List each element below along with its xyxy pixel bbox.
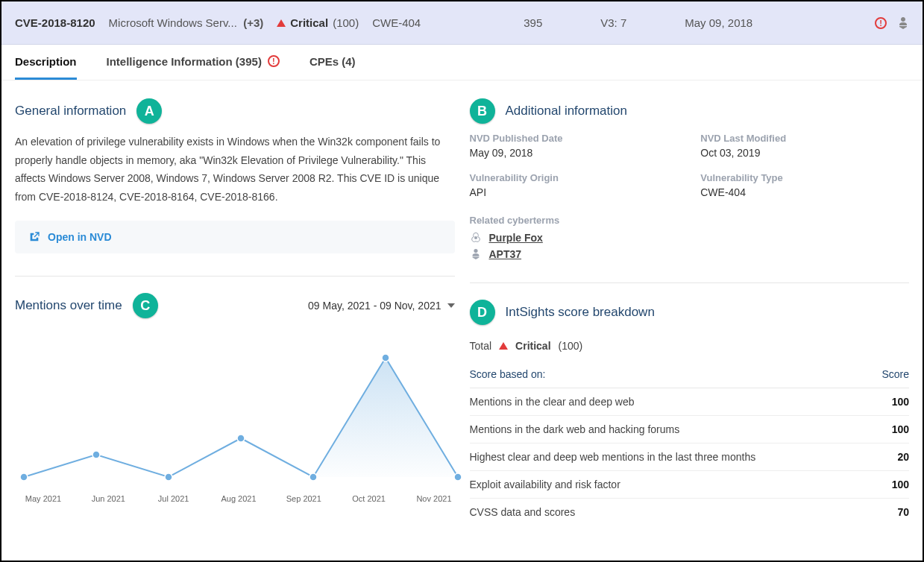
cyberterm-link[interactable]: Purple Fox xyxy=(470,232,910,244)
tab-cpes[interactable]: CPEs (4) xyxy=(309,45,356,80)
chart-x-labels: May 2021 Jun 2021 Jul 2021 Aug 2021 Sep … xyxy=(15,494,462,503)
score-row: Exploit availability and risk factor100 xyxy=(470,471,910,499)
badge-d: D xyxy=(470,300,495,325)
score-head-left: Score based on: xyxy=(470,368,546,380)
alert-icon[interactable] xyxy=(875,17,887,29)
svg-point-2 xyxy=(92,451,100,458)
triangle-up-icon xyxy=(277,19,286,27)
mentions-chart: May 2021 Jun 2021 Jul 2021 Aug 2021 Sep … xyxy=(15,332,462,503)
content-area: General information A An elevation of pr… xyxy=(1,80,923,561)
tab-intelligence[interactable]: Intelligence Information (395) xyxy=(107,45,280,80)
tab-description[interactable]: Description xyxy=(15,45,77,80)
cwe-id: CWE-404 xyxy=(372,16,421,29)
cyberterms-label: Related cyberterms xyxy=(470,215,910,226)
publish-date: May 09, 2018 xyxy=(685,16,752,29)
svg-point-1 xyxy=(20,473,28,481)
cvss-score: V3: 7 xyxy=(600,16,626,29)
badge-c: C xyxy=(133,293,158,318)
severity-badge: Critical (100) xyxy=(277,16,359,29)
svg-point-6 xyxy=(382,354,389,361)
badge-a: A xyxy=(136,98,162,124)
general-info-title-row: General information A xyxy=(15,98,455,124)
general-info-title: General information xyxy=(15,104,126,119)
svg-point-5 xyxy=(309,473,317,481)
score-row: Mentions in the dark web and hacking for… xyxy=(470,416,910,443)
origin-label: Vulnerability Origin xyxy=(470,172,679,183)
triangle-up-icon xyxy=(499,342,508,350)
svg-point-4 xyxy=(237,435,245,442)
divider xyxy=(15,276,455,277)
score-row: Mentions in the clear and deep web100 xyxy=(470,388,910,416)
info-grid: NVD Published Date May 09, 2018 NVD Last… xyxy=(470,133,910,198)
breakdown-title-row: D IntSights score breakdown xyxy=(470,300,910,325)
external-link-icon xyxy=(28,231,40,243)
affected-products: Microsoft Windows Serv... (+3) xyxy=(109,16,264,29)
intel-count: 395 xyxy=(524,16,542,29)
score-head-right: Score xyxy=(881,368,909,380)
svg-marker-0 xyxy=(313,358,458,477)
svg-point-3 xyxy=(165,473,172,481)
published-label: NVD Published Date xyxy=(470,133,679,144)
threat-actor-icon xyxy=(470,248,482,260)
right-column: B Additional information NVD Published D… xyxy=(470,98,910,561)
modified-value: Oct 03, 2019 xyxy=(700,147,909,159)
score-row: Highest clear and deep web mentions in t… xyxy=(470,443,910,471)
modified-label: NVD Last Modified xyxy=(700,133,909,144)
page-frame: CVE-2018-8120 Microsoft Windows Serv... … xyxy=(0,0,924,562)
additional-info-title: Additional information xyxy=(506,104,627,119)
open-in-nvd-link[interactable]: Open in NVD xyxy=(15,221,455,253)
left-column: General information A An elevation of pr… xyxy=(15,98,455,561)
mentions-title: Mentions over time xyxy=(15,298,122,313)
breakdown-total: Total Critical (100) xyxy=(470,340,583,352)
origin-value: API xyxy=(470,186,679,198)
general-info-text: An elevation of privilege vulnerability … xyxy=(15,133,455,206)
svg-point-8 xyxy=(474,236,477,239)
score-table: Score based on: Score Mentions in the cl… xyxy=(470,368,910,525)
date-range-picker[interactable]: 09 May, 2021 - 09 Nov, 2021 xyxy=(308,300,454,312)
biohazard-icon xyxy=(470,232,482,244)
badge-b: B xyxy=(470,98,495,124)
published-value: May 09, 2018 xyxy=(470,147,679,159)
svg-point-7 xyxy=(454,473,462,481)
alert-icon xyxy=(268,55,280,67)
mentions-header: Mentions over time C 09 May, 2021 - 09 N… xyxy=(15,293,455,318)
breakdown-title: IntSights score breakdown xyxy=(506,305,655,320)
score-row: CVSS data and scores70 xyxy=(470,499,910,525)
header-bar: CVE-2018-8120 Microsoft Windows Serv... … xyxy=(1,1,923,45)
type-label: Vulnerability Type xyxy=(700,172,909,183)
chevron-down-icon xyxy=(447,303,455,308)
type-value: CWE-404 xyxy=(700,186,909,198)
additional-info-title-row: B Additional information xyxy=(470,98,910,124)
threat-actor-icon[interactable] xyxy=(897,16,909,30)
tabs: Description Intelligence Information (39… xyxy=(1,45,923,80)
cve-id: CVE-2018-8120 xyxy=(15,16,95,29)
cyberterm-link[interactable]: APT37 xyxy=(470,248,910,260)
divider xyxy=(470,282,910,283)
